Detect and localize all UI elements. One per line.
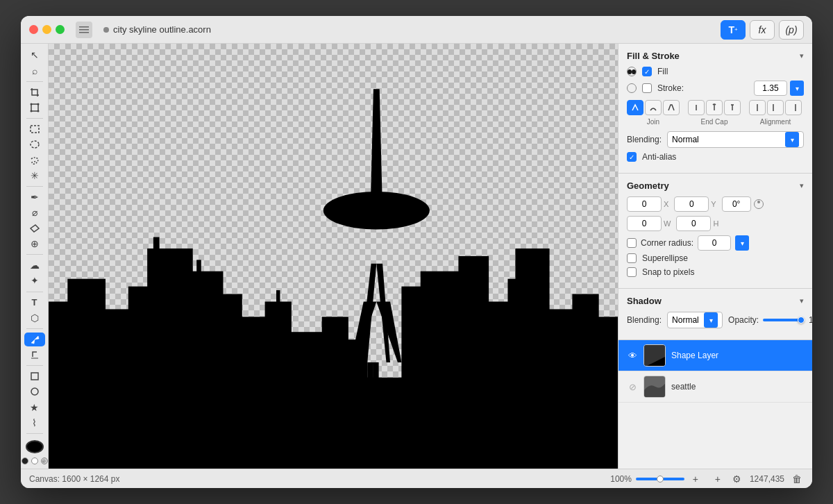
tool-clone[interactable]: ⊕ <box>24 237 45 251</box>
canvas-area[interactable] <box>49 44 618 469</box>
tool-magic-select[interactable]: ✳ <box>24 169 45 183</box>
antialias-checkbox[interactable] <box>627 152 637 162</box>
tool-vector-pen[interactable] <box>24 333 45 346</box>
zoom-out-icon[interactable]: ⌕ <box>41 457 48 464</box>
fill-checkbox[interactable] <box>642 67 652 76</box>
svg-rect-21 <box>367 362 373 469</box>
w-input[interactable]: 0 <box>627 216 662 231</box>
join-round[interactable] <box>645 100 662 115</box>
y-input[interactable]: 0 <box>674 196 709 212</box>
black-dot[interactable] <box>22 457 28 464</box>
document-title: city skyline outline.acorn <box>103 24 211 35</box>
h-input[interactable]: 0 <box>676 216 711 231</box>
effects-button[interactable]: fx <box>750 20 775 40</box>
y-label: Y <box>711 200 716 208</box>
endcap-round[interactable] <box>706 100 723 115</box>
tool-paint-bucket[interactable] <box>24 348 45 362</box>
fill-stroke-header[interactable]: Fill & Stroke ▾ <box>627 51 804 61</box>
blending-row: Blending: Normal ▾ <box>627 131 804 148</box>
layer-seattle[interactable]: ⊘ seattle <box>619 371 812 403</box>
endcap-square[interactable] <box>724 100 741 115</box>
opacity-container: Opacity: 100% <box>728 315 812 325</box>
shadow-section: Shadow ▾ Blending: Normal ▾ Opacity: 100 <box>619 289 812 340</box>
blending-select[interactable]: Normal ▾ <box>667 131 804 148</box>
w-field: 0 W <box>627 216 671 231</box>
tool-transform[interactable] <box>24 101 45 115</box>
toolbar-icons: T+ fx (p) <box>721 20 804 40</box>
svg-rect-42 <box>515 249 549 469</box>
tool-zoom[interactable]: ⌕ <box>24 63 45 77</box>
opacity-slider[interactable] <box>763 319 805 321</box>
sidebar-toggle[interactable] <box>76 22 92 38</box>
opacity-thumb[interactable] <box>798 317 805 324</box>
titlebar: city skyline outline.acorn T+ fx (p) <box>21 16 812 44</box>
tool-shape[interactable]: ⬡ <box>24 311 45 325</box>
zoom-value: 100% <box>610 474 632 484</box>
tool-arrow[interactable]: ↖ <box>24 48 45 62</box>
snap-checkbox[interactable] <box>627 267 637 277</box>
layer-settings-button[interactable]: ⚙ <box>730 472 744 486</box>
stroke-checkbox[interactable] <box>642 83 652 93</box>
fill-row: Fill <box>627 67 804 76</box>
corner-radius-dropdown[interactable]: ▾ <box>735 235 749 251</box>
layer-visibility-2[interactable]: ⊘ <box>627 381 638 392</box>
delete-layer-button[interactable]: 🗑 <box>790 472 804 486</box>
fill-radio[interactable] <box>627 67 637 76</box>
shadow-dropdown-arrow[interactable]: ▾ <box>704 312 718 328</box>
svg-marker-10 <box>31 225 39 232</box>
foreground-color[interactable] <box>26 440 44 453</box>
svg-rect-16 <box>102 309 133 469</box>
maximize-button[interactable] <box>56 25 65 34</box>
superellipse-checkbox[interactable] <box>627 253 637 263</box>
shadow-blending-select[interactable]: Normal ▾ <box>667 312 723 328</box>
angle-input[interactable]: 0° <box>722 196 751 212</box>
tool-bezier[interactable]: ⌇ <box>24 416 45 430</box>
tool-brush[interactable]: ⌀ <box>24 205 45 219</box>
corner-radius-checkbox[interactable] <box>627 238 637 248</box>
color-options: ⌕ <box>22 457 48 464</box>
blending-label: Blending: <box>627 135 662 144</box>
tool-eraser[interactable] <box>24 221 45 235</box>
text-tool-button[interactable]: T+ <box>721 20 746 40</box>
corner-radius-input[interactable]: 0 <box>698 235 731 251</box>
alignment-label: Alignment <box>760 118 791 126</box>
tool-rect-select[interactable] <box>24 122 45 136</box>
zoom-in-icon[interactable]: + <box>689 472 702 486</box>
layer-shape-layer[interactable]: 👁 Shape Layer <box>619 340 812 371</box>
close-button[interactable] <box>29 25 38 34</box>
minimize-button[interactable] <box>42 25 51 34</box>
tool-ellipse[interactable] <box>24 385 45 398</box>
h-field: 0 H <box>676 216 718 231</box>
svg-rect-18 <box>147 249 193 469</box>
tool-pen[interactable]: ✒ <box>24 190 45 204</box>
tool-text[interactable]: T <box>24 295 45 309</box>
tool-star[interactable]: ★ <box>24 401 45 414</box>
join-bevel[interactable] <box>663 100 680 115</box>
zoom-thumb[interactable] <box>657 476 664 482</box>
tool-lasso[interactable] <box>24 153 45 167</box>
x-input[interactable]: 0 <box>627 196 662 212</box>
zoom-slider[interactable] <box>636 478 684 480</box>
tool-fx2[interactable]: ✦ <box>24 274 45 287</box>
stroke-dropdown[interactable]: ▾ <box>790 81 804 96</box>
endcap-flat[interactable] <box>688 100 705 115</box>
geometry-header[interactable]: Geometry ▾ <box>627 180 804 191</box>
tool-crop[interactable] <box>24 85 45 99</box>
tool-smudge[interactable]: ☁ <box>24 258 45 272</box>
tool-ellipse-select[interactable] <box>24 137 45 151</box>
align-center[interactable] <box>749 100 766 115</box>
align-inside[interactable] <box>767 100 784 115</box>
main-window: city skyline outline.acorn T+ fx (p) ↖ ⌕ <box>21 16 812 488</box>
layer-name-2: seattle <box>671 382 696 392</box>
shadow-header[interactable]: Shadow ▾ <box>627 296 804 306</box>
align-outside[interactable] <box>785 100 802 115</box>
white-dot[interactable] <box>31 457 38 464</box>
properties-button[interactable]: (p) <box>779 20 804 40</box>
stroke-value[interactable]: 1.35 <box>754 81 787 96</box>
add-layer-button[interactable]: + <box>711 472 725 486</box>
blending-dropdown-arrow[interactable]: ▾ <box>785 132 799 147</box>
join-miter[interactable] <box>627 100 643 115</box>
tool-rect[interactable] <box>24 369 45 383</box>
stroke-radio[interactable] <box>627 83 637 93</box>
layer-visibility-1[interactable]: 👁 <box>627 350 638 361</box>
